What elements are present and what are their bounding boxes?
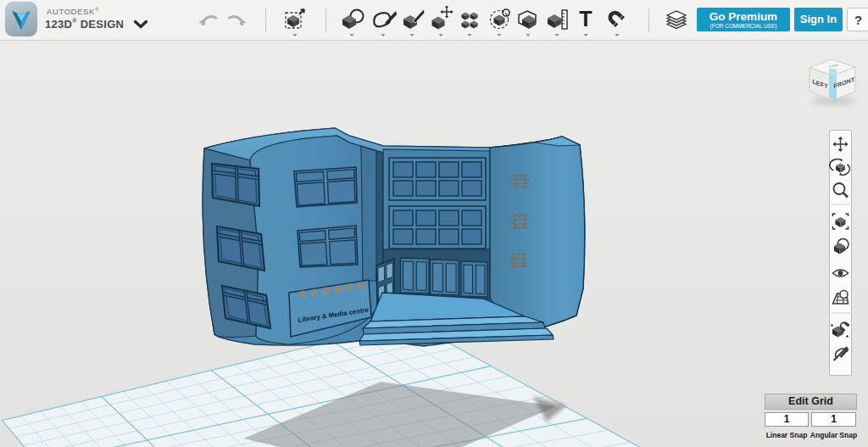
svg-text:T: T	[579, 7, 592, 31]
